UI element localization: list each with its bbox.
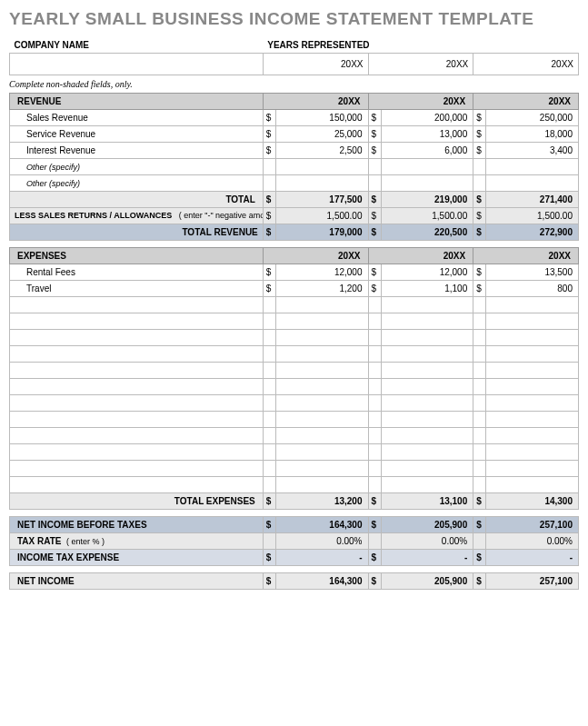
tax-rate-row: TAX RATE ( enter % ) 0.00% 0.00% 0.00% xyxy=(10,532,579,549)
cell-value[interactable] xyxy=(486,362,579,378)
cell-value[interactable] xyxy=(275,345,368,362)
row-label[interactable]: Travel xyxy=(10,280,264,296)
expense-row xyxy=(10,476,579,492)
cell-value[interactable]: 2,500 xyxy=(275,142,368,158)
cell-value[interactable] xyxy=(486,427,579,443)
cell-value[interactable] xyxy=(381,411,473,427)
cell-value[interactable]: 250,000 xyxy=(486,109,579,125)
row-label[interactable] xyxy=(10,362,264,378)
cell-value[interactable] xyxy=(381,158,473,174)
year1-input[interactable]: 20XX xyxy=(263,53,368,75)
cell-value[interactable]: 13,500 xyxy=(486,264,579,280)
row-label[interactable]: Other (specify) xyxy=(10,158,264,174)
row-label[interactable] xyxy=(10,329,264,345)
allowances-row: LESS SALES RETURNS / ALLOWANCES ( enter … xyxy=(10,207,579,224)
row-label[interactable] xyxy=(10,394,264,411)
income-tax-expense: INCOME TAX EXPENSE $- $- $- xyxy=(10,549,579,565)
cell-value[interactable] xyxy=(381,443,473,460)
cell-value[interactable] xyxy=(381,329,473,345)
cell-value[interactable] xyxy=(275,296,368,313)
year2-input[interactable]: 20XX xyxy=(368,53,473,75)
expenses-header: EXPENSES 20XX 20XX 20XX xyxy=(10,247,579,264)
cell-value[interactable] xyxy=(275,174,368,191)
cell-value[interactable] xyxy=(381,378,473,394)
cell-value[interactable] xyxy=(275,329,368,345)
cell-value[interactable]: 12,000 xyxy=(275,264,368,280)
expense-row xyxy=(10,394,579,411)
cell-value[interactable]: 13,000 xyxy=(381,125,473,142)
row-label[interactable] xyxy=(10,476,264,492)
row-label[interactable] xyxy=(10,460,264,476)
cell-value[interactable] xyxy=(275,158,368,174)
total-expenses: TOTAL EXPENSES $13,200 $13,100 $14,300 xyxy=(10,492,579,509)
row-label[interactable] xyxy=(10,411,264,427)
cell-value[interactable] xyxy=(486,174,579,191)
cell-value[interactable] xyxy=(486,411,579,427)
revenue-row: Service Revenue$25,000$13,000$18,000 xyxy=(10,125,579,142)
cell-value[interactable] xyxy=(381,345,473,362)
cell-value[interactable] xyxy=(275,378,368,394)
cell-value[interactable] xyxy=(381,362,473,378)
cell-value[interactable]: 25,000 xyxy=(275,125,368,142)
cell-value[interactable] xyxy=(275,394,368,411)
cell-value[interactable] xyxy=(275,443,368,460)
cell-value[interactable] xyxy=(381,296,473,313)
row-label[interactable] xyxy=(10,427,264,443)
cell-value[interactable]: 200,000 xyxy=(381,109,473,125)
revenue-header: REVENUE 20XX 20XX 20XX xyxy=(10,93,579,109)
cell-value[interactable] xyxy=(486,329,579,345)
total-revenue: TOTAL REVENUE $179,000 $220,500 $272,900 xyxy=(10,224,579,240)
cell-value[interactable] xyxy=(486,313,579,329)
cell-value[interactable] xyxy=(486,345,579,362)
cell-value[interactable] xyxy=(486,394,579,411)
row-label[interactable] xyxy=(10,378,264,394)
expense-row xyxy=(10,329,579,345)
cell-value[interactable] xyxy=(275,460,368,476)
revenue-row: Sales Revenue$150,000$200,000$250,000 xyxy=(10,109,579,125)
row-label[interactable] xyxy=(10,443,264,460)
cell-value[interactable] xyxy=(275,427,368,443)
cell-value[interactable] xyxy=(381,313,473,329)
cell-value[interactable] xyxy=(486,476,579,492)
cell-value[interactable]: 1,100 xyxy=(381,280,473,296)
row-label[interactable]: Service Revenue xyxy=(10,125,264,142)
cell-value[interactable] xyxy=(381,174,473,191)
cell-value[interactable] xyxy=(381,460,473,476)
row-label[interactable]: Interest Revenue xyxy=(10,142,264,158)
cell-value[interactable] xyxy=(486,443,579,460)
row-label[interactable]: Other (specify) xyxy=(10,174,264,191)
company-input[interactable] xyxy=(10,53,264,75)
cell-value[interactable] xyxy=(486,460,579,476)
cell-value[interactable] xyxy=(275,476,368,492)
cell-value[interactable]: 6,000 xyxy=(381,142,473,158)
row-label[interactable] xyxy=(10,296,264,313)
revenue-row: Other (specify) xyxy=(10,158,579,174)
expense-row: Rental Fees$12,000$12,000$13,500 xyxy=(10,264,579,280)
cell-value[interactable] xyxy=(381,427,473,443)
row-label[interactable] xyxy=(10,313,264,329)
cell-value[interactable] xyxy=(275,313,368,329)
years-label: YEARS REPRESENTED xyxy=(263,36,578,53)
year3-input[interactable]: 20XX xyxy=(473,53,579,75)
cell-value[interactable] xyxy=(381,394,473,411)
cell-value[interactable] xyxy=(381,476,473,492)
cell-value[interactable]: 12,000 xyxy=(381,264,473,280)
cell-value[interactable]: 1,200 xyxy=(275,280,368,296)
net-before-taxes: NET INCOME BEFORE TAXES $164,300 $205,90… xyxy=(10,516,579,532)
row-label[interactable] xyxy=(10,345,264,362)
row-label[interactable]: Sales Revenue xyxy=(10,109,264,125)
revenue-row: Other (specify) xyxy=(10,174,579,191)
expense-row xyxy=(10,411,579,427)
cell-value[interactable] xyxy=(486,296,579,313)
expense-row xyxy=(10,460,579,476)
cell-value[interactable]: 150,000 xyxy=(275,109,368,125)
cell-value[interactable]: 18,000 xyxy=(486,125,579,142)
cell-value[interactable] xyxy=(275,411,368,427)
cell-value[interactable] xyxy=(486,378,579,394)
row-label[interactable]: Rental Fees xyxy=(10,264,264,280)
cell-value[interactable] xyxy=(275,362,368,378)
cell-value[interactable]: 3,400 xyxy=(486,142,579,158)
cell-value[interactable] xyxy=(486,158,579,174)
expense-row xyxy=(10,313,579,329)
cell-value[interactable]: 800 xyxy=(486,280,579,296)
